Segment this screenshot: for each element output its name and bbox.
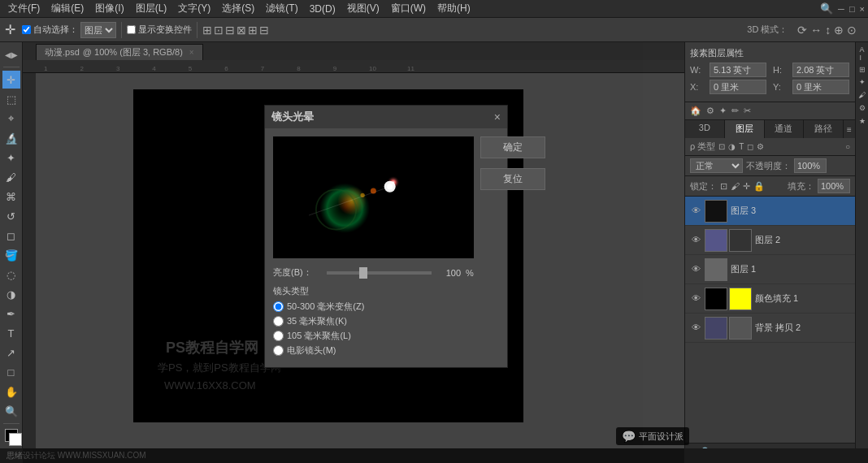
align-bottom-icon[interactable]: ⊟ bbox=[259, 24, 269, 37]
close-button[interactable]: × bbox=[860, 4, 865, 14]
layer-visibility-2[interactable]: 👁 bbox=[690, 235, 701, 246]
align-top-icon[interactable]: ⊠ bbox=[237, 24, 246, 37]
layers-panel-menu[interactable]: ≡ bbox=[844, 120, 855, 138]
fill-tool-btn[interactable]: 🪣 bbox=[2, 246, 20, 264]
fg-color-btn[interactable] bbox=[5, 429, 18, 442]
path-tool-btn[interactable]: ↗ bbox=[2, 344, 20, 361]
scissors-icon[interactable]: ✂ bbox=[744, 106, 751, 116]
filter-pixel-icon[interactable]: ⊡ bbox=[718, 142, 725, 151]
zoom-tool-btn[interactable]: 🔍 bbox=[2, 402, 20, 420]
menu-item-help[interactable]: 帮助(H) bbox=[432, 0, 475, 17]
style-icon[interactable]: ✦ bbox=[719, 106, 727, 116]
menu-item-view[interactable]: 视图(V) bbox=[342, 0, 384, 17]
menu-item-filter[interactable]: 滤镜(T) bbox=[261, 0, 302, 17]
text-tool-btn[interactable]: T bbox=[2, 324, 20, 342]
maximize-button[interactable]: □ bbox=[849, 4, 855, 14]
prop-y-input[interactable] bbox=[792, 80, 849, 94]
history-tool-btn[interactable]: ↺ bbox=[2, 207, 20, 225]
layer-visibility-fill[interactable]: 👁 bbox=[690, 293, 701, 305]
crop-tool-btn[interactable]: ⌖ bbox=[2, 110, 20, 128]
align-left-icon[interactable]: ⊞ bbox=[202, 24, 212, 37]
lock-position-icon[interactable]: ✛ bbox=[743, 181, 750, 192]
stamp-tool-btn[interactable]: ⌘ bbox=[2, 188, 20, 206]
move-tool-icon[interactable]: ✛ bbox=[5, 22, 15, 37]
panel-icon-3[interactable]: ✦ bbox=[859, 78, 866, 86]
lasso-tool-btn[interactable]: ⬚ bbox=[2, 90, 20, 108]
prop-x-input[interactable] bbox=[710, 80, 766, 94]
lock-all-icon[interactable]: 🔒 bbox=[753, 181, 765, 192]
fill-input[interactable] bbox=[818, 179, 850, 193]
lock-paint-icon[interactable]: 🖌 bbox=[731, 181, 740, 191]
brush-tool-btn[interactable]: 🖌 bbox=[2, 168, 20, 186]
blend-mode-select[interactable]: 正常 bbox=[690, 158, 743, 173]
layer-visibility-1[interactable]: 👁 bbox=[690, 264, 701, 275]
tab-layers[interactable]: 图层 bbox=[725, 120, 765, 138]
lens-option-2[interactable]: 105 毫米聚焦(L) bbox=[273, 330, 474, 342]
minimize-button[interactable]: ─ bbox=[838, 4, 844, 14]
dialog-close-button[interactable]: × bbox=[494, 110, 501, 123]
dialog-reset-button[interactable]: 复位 bbox=[480, 168, 545, 190]
auto-select-check[interactable]: 自动选择： 图层 bbox=[22, 22, 116, 38]
search-icon[interactable]: 🔍 bbox=[820, 2, 833, 15]
menu-item-file[interactable]: 文件(F) bbox=[3, 0, 45, 17]
tab-channels[interactable]: 通道 bbox=[765, 120, 805, 138]
layer-select[interactable]: 图层 bbox=[80, 22, 116, 38]
layer-visibility-bg[interactable]: 👁 bbox=[690, 322, 701, 334]
lens-option-0[interactable]: 50-300 毫米变焦(Z) bbox=[273, 301, 474, 313]
lens-option-3[interactable]: 电影镜头(M) bbox=[273, 344, 474, 357]
dialog-ok-button[interactable]: 确定 bbox=[480, 136, 545, 158]
menu-item-text[interactable]: 文字(Y) bbox=[173, 0, 215, 17]
panel-icon-5[interactable]: ⚙ bbox=[859, 104, 866, 112]
prop-w-input[interactable] bbox=[710, 63, 766, 77]
collapse-panel-icon[interactable]: AI bbox=[859, 45, 864, 62]
align-right-icon[interactable]: ⊟ bbox=[225, 24, 235, 37]
filter-shape-icon[interactable]: ◻ bbox=[747, 142, 753, 151]
menu-item-select[interactable]: 选择(S) bbox=[217, 0, 259, 17]
filter-adjust-icon[interactable]: ◑ bbox=[728, 142, 736, 151]
pencil-icon[interactable]: ✏ bbox=[731, 106, 739, 116]
show-transform-check[interactable]: 显示变换控件 bbox=[127, 24, 192, 36]
menu-item-image[interactable]: 图像(I) bbox=[90, 0, 128, 17]
lens-flare-dialog[interactable]: 镜头光晕 × bbox=[264, 105, 508, 368]
menu-item-edit[interactable]: 编辑(E) bbox=[46, 0, 89, 17]
layer-item-colorfill[interactable]: 👁 颜色填充 1 bbox=[685, 284, 855, 314]
dodge-tool-btn[interactable]: ◑ bbox=[2, 285, 20, 303]
eyedropper-tool-btn[interactable]: 🔬 bbox=[2, 129, 20, 147]
shape-tool-btn[interactable]: □ bbox=[2, 363, 20, 381]
active-tab[interactable]: 动漫.psd @ 100% (图层 3, RGB/8) × bbox=[36, 44, 203, 60]
layer-visibility-3[interactable]: 👁 bbox=[690, 206, 701, 217]
align-center-icon[interactable]: ⊡ bbox=[214, 24, 224, 37]
move-tool-btn[interactable]: ✛ bbox=[2, 71, 20, 89]
tab-paths[interactable]: 路径 bbox=[804, 120, 844, 138]
properties-icon[interactable]: 🏠 bbox=[690, 106, 701, 116]
brightness-slider[interactable] bbox=[327, 271, 432, 275]
hand-tool-btn[interactable]: ✋ bbox=[2, 383, 20, 400]
layer-item-3[interactable]: 👁 图层 3 bbox=[685, 197, 855, 226]
layer-item-2[interactable]: 👁 图层 2 bbox=[685, 226, 855, 255]
dialog-title-bar[interactable]: 镜头光晕 × bbox=[265, 106, 507, 128]
eraser-tool-btn[interactable]: ◻ bbox=[2, 227, 20, 244]
panel-icon-6[interactable]: ★ bbox=[859, 117, 866, 125]
adjust-icon[interactable]: ⚙ bbox=[706, 106, 714, 116]
lock-transparent-icon[interactable]: ⊡ bbox=[720, 181, 727, 192]
layer-item-1[interactable]: 👁 图层 1 bbox=[685, 255, 855, 284]
blur-tool-btn[interactable]: ◌ bbox=[2, 266, 20, 283]
tool-btn-top[interactable]: ◀▶ bbox=[2, 45, 20, 63]
tab-close-icon[interactable]: × bbox=[189, 48, 194, 57]
opacity-input[interactable] bbox=[794, 158, 827, 173]
align-middle-icon[interactable]: ⊞ bbox=[248, 24, 258, 37]
prop-h-input[interactable] bbox=[792, 63, 849, 77]
menu-item-layer[interactable]: 图层(L) bbox=[131, 0, 172, 17]
lens-option-1[interactable]: 35 毫米聚焦(K) bbox=[273, 315, 474, 327]
filter-smart-icon[interactable]: ⚙ bbox=[757, 142, 764, 151]
tab-3d[interactable]: 3D bbox=[685, 120, 725, 138]
layer-item-bg[interactable]: 👁 背景 拷贝 2 bbox=[685, 314, 855, 343]
lens-flare-preview[interactable] bbox=[273, 136, 474, 258]
panel-icon-2[interactable]: ⊞ bbox=[858, 67, 866, 73]
menu-item-window[interactable]: 窗口(W) bbox=[386, 0, 431, 17]
filter-text-icon[interactable]: T bbox=[739, 142, 744, 151]
pen-tool-btn[interactable]: ✒ bbox=[2, 305, 20, 322]
menu-item-3d[interactable]: 3D(D) bbox=[305, 2, 341, 16]
panel-icon-4[interactable]: 🖌 bbox=[858, 91, 866, 99]
heal-tool-btn[interactable]: ✦ bbox=[2, 149, 20, 167]
